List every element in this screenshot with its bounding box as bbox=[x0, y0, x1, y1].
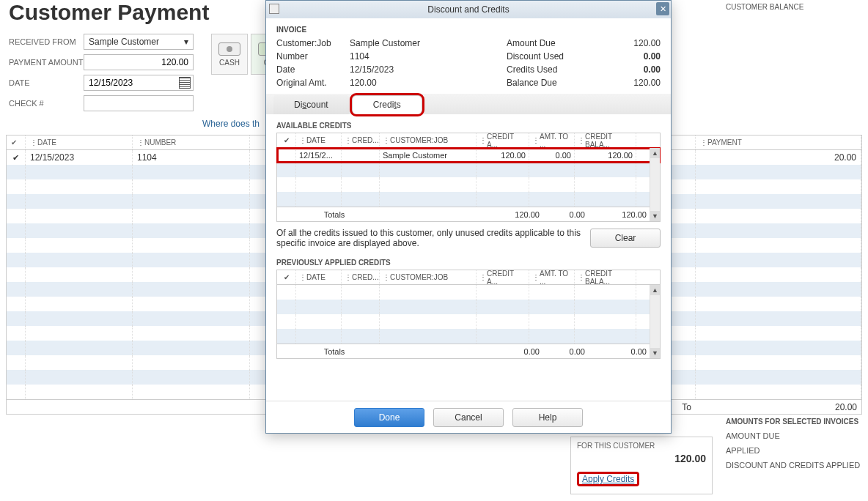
scroll-down-icon[interactable]: ▼ bbox=[650, 211, 660, 221]
received-from-label: RECEIVED FROM bbox=[9, 37, 84, 46]
dlg-credused-value: 0.00 bbox=[602, 64, 661, 75]
summary-header: AMOUNTS FOR SELECTED INVOICES bbox=[726, 417, 864, 426]
dlg-date-value: 12/15/2023 bbox=[350, 64, 460, 75]
received-from-value: Sample Customer bbox=[89, 37, 159, 47]
dlg-discused-value: 0.00 bbox=[602, 51, 661, 62]
payment-amount-label: PAYMENT AMOUNT bbox=[9, 58, 84, 67]
dlg-amtdue-value: 120.00 bbox=[602, 38, 661, 48]
date-label: DATE bbox=[9, 78, 84, 87]
row-date: 12/15/2023 bbox=[26, 150, 133, 165]
done-button[interactable]: Done bbox=[354, 408, 424, 427]
pa-scrollbar[interactable]: ▲ ▼ bbox=[650, 285, 660, 358]
for-customer-amount: 120.00 bbox=[577, 453, 706, 464]
previously-applied-label: PREVIOUSLY APPLIED CREDITS bbox=[276, 259, 661, 267]
ac-col-date: ⋮ DATE bbox=[296, 133, 342, 147]
date-input[interactable] bbox=[84, 75, 194, 91]
ac-row-cust: Sample Customer bbox=[380, 148, 477, 163]
tab-discount[interactable]: Discount bbox=[273, 95, 349, 114]
available-credits-label: AVAILABLE CREDITS bbox=[276, 122, 661, 130]
tab-credits[interactable]: Credits bbox=[352, 95, 422, 114]
dlg-baldue-label: Balance Due bbox=[507, 78, 602, 88]
summary-amount-due: AMOUNT DUE bbox=[726, 431, 864, 440]
for-customer-label: FOR THIS CUSTOMER bbox=[577, 442, 706, 450]
dlg-date-label: Date bbox=[276, 64, 350, 75]
cancel-button[interactable]: Cancel bbox=[433, 408, 504, 427]
ac-row-amt: 120.00 bbox=[477, 148, 529, 163]
dialog-menu-icon[interactable] bbox=[269, 4, 279, 14]
dlg-amtdue-label: Amount Due bbox=[507, 38, 602, 48]
clear-button[interactable]: Clear bbox=[590, 229, 661, 248]
ac-row-cred bbox=[342, 148, 380, 163]
cash-label: CASH bbox=[219, 59, 240, 67]
ac-col-check: ✔ bbox=[277, 133, 296, 147]
customer-balance-label: CUSTOMER BALANCE bbox=[726, 3, 864, 11]
ac-totals-amt: 120.00 bbox=[490, 210, 542, 219]
discount-credits-dialog: Discount and Credits ✕ INVOICE Customer:… bbox=[265, 0, 672, 434]
calendar-icon[interactable] bbox=[179, 77, 191, 89]
scroll-up-icon[interactable]: ▲ bbox=[650, 285, 660, 295]
pa-totals-label: Totals bbox=[277, 347, 391, 356]
dlg-discused-label: Discount Used bbox=[507, 51, 602, 62]
col-number-header: ⋮ NUMBER bbox=[133, 136, 250, 149]
dlg-num-label: Number bbox=[276, 51, 350, 62]
ac-col-amt: ⋮ CREDIT A... bbox=[477, 133, 529, 147]
cash-button[interactable]: CASH bbox=[211, 34, 248, 75]
pa-totals-to: 0.00 bbox=[542, 347, 588, 356]
summary-block: AMOUNTS FOR SELECTED INVOICES AMOUNT DUE… bbox=[721, 417, 868, 475]
ac-col-bal: ⋮ CREDIT BALA... bbox=[575, 133, 636, 147]
ac-row-bal: 120.00 bbox=[575, 148, 636, 163]
available-credit-row[interactable]: 12/15/2... Sample Customer 120.00 0.00 1… bbox=[277, 148, 660, 163]
available-credits-table: ✔ ⋮ DATE ⋮ CRED... ⋮ CUSTOMER:JOB ⋮ CRED… bbox=[276, 133, 661, 222]
close-icon[interactable]: ✕ bbox=[656, 2, 669, 15]
ac-col-to: ⋮ AMT. TO ... bbox=[529, 133, 575, 147]
ac-col-cust: ⋮ CUSTOMER:JOB bbox=[380, 133, 477, 147]
ac-row-to: 0.00 bbox=[529, 148, 575, 163]
dlg-orig-label: Original Amt. bbox=[276, 78, 350, 88]
check-number-input[interactable] bbox=[84, 95, 194, 111]
summary-disc-applied: DISCOUNT AND CREDITS APPLIED bbox=[726, 461, 864, 470]
dlg-cust-label: Customer:Job bbox=[276, 38, 350, 48]
payment-amount-input[interactable] bbox=[84, 54, 194, 70]
check-number-label: CHECK # bbox=[9, 99, 84, 108]
row-number: 1104 bbox=[133, 150, 250, 165]
col-date-header: ⋮ DATE bbox=[26, 136, 133, 149]
apply-credits-link[interactable]: Apply Credits bbox=[577, 472, 639, 486]
summary-applied: APPLIED bbox=[726, 446, 864, 455]
chevron-down-icon: ▾ bbox=[184, 37, 188, 47]
col-check-header: ✔ bbox=[7, 136, 26, 149]
dlg-cust-value: Sample Customer bbox=[350, 38, 460, 48]
ac-totals-label: Totals bbox=[277, 210, 391, 219]
dlg-orig-value: 120.00 bbox=[350, 78, 460, 88]
row-check-icon[interactable] bbox=[12, 152, 19, 163]
ac-totals-to: 0.00 bbox=[542, 210, 588, 219]
help-button[interactable]: Help bbox=[512, 408, 583, 427]
dlg-baldue-value: 120.00 bbox=[602, 78, 661, 88]
credits-note: Of all the credits issued to this custom… bbox=[276, 228, 590, 248]
dlg-num-value: 1104 bbox=[350, 51, 460, 62]
scroll-down-icon[interactable]: ▼ bbox=[650, 348, 660, 358]
invoice-section-label: INVOICE bbox=[276, 26, 661, 34]
received-from-select[interactable]: Sample Customer ▾ bbox=[84, 34, 194, 50]
scroll-up-icon[interactable]: ▲ bbox=[650, 148, 660, 158]
credits-applied-panel: FOR THIS CUSTOMER 120.00 Apply Credits bbox=[570, 437, 713, 494]
dialog-titlebar[interactable]: Discount and Credits ✕ bbox=[266, 1, 671, 18]
ac-row-date: 12/15/2... bbox=[296, 148, 342, 163]
ac-scrollbar[interactable]: ▲ ▼ bbox=[650, 148, 660, 221]
pa-totals-amt: 0.00 bbox=[490, 347, 542, 356]
cash-icon bbox=[218, 42, 240, 56]
dialog-title-text: Discount and Credits bbox=[427, 4, 509, 15]
previously-applied-table: ✔ ⋮ DATE ⋮ CRED... ⋮ CUSTOMER:JOB ⋮ CRED… bbox=[276, 270, 661, 359]
dlg-credused-label: Credits Used bbox=[507, 64, 602, 75]
ac-col-cred: ⋮ CRED... bbox=[342, 133, 380, 147]
